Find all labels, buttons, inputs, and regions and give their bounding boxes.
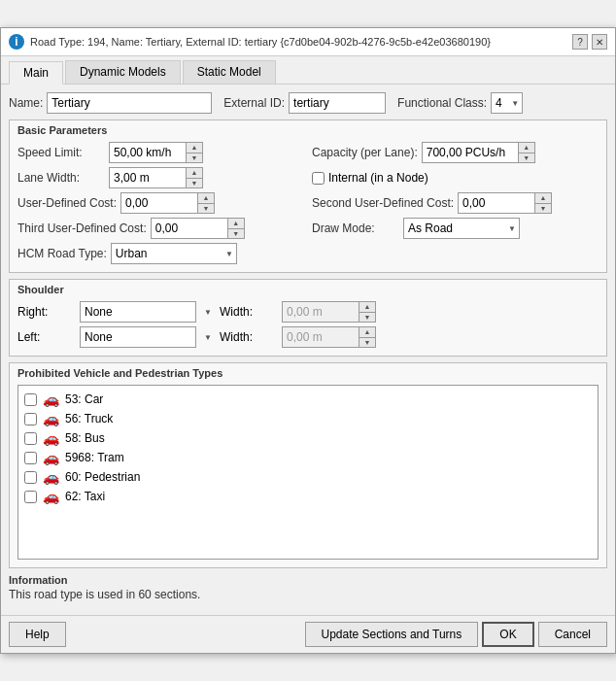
- second-user-cost-row: Second User-Defined Cost: ▲ ▼: [312, 192, 599, 214]
- truck-checkbox[interactable]: [24, 413, 37, 426]
- capacity-label: Capacity (per Lane):: [312, 146, 418, 159]
- prohibited-section: Prohibited Vehicle and Pedestrian Types …: [9, 362, 607, 568]
- right-shoulder-select[interactable]: None: [80, 301, 196, 323]
- user-cost-input[interactable]: [120, 192, 198, 214]
- user-cost-up[interactable]: ▲: [198, 193, 214, 204]
- title-bar-text: Road Type: 194, Name: Tertiary, External…: [30, 36, 566, 48]
- name-input[interactable]: [47, 92, 212, 114]
- car-icon: 🚗: [43, 392, 59, 407]
- hcm-select[interactable]: Urban Rural: [111, 243, 237, 264]
- speed-limit-down[interactable]: ▼: [187, 153, 202, 163]
- list-item: 🚗 60: Pedestrian: [24, 469, 592, 485]
- capacity-up[interactable]: ▲: [519, 143, 534, 153]
- right-width-input[interactable]: [282, 301, 359, 323]
- lane-width-up[interactable]: ▲: [187, 168, 202, 179]
- information-section: Information This road type is used in 60…: [9, 574, 607, 601]
- left-width-input[interactable]: [282, 326, 359, 348]
- left-shoulder-wrapper: None ▼: [80, 326, 216, 348]
- capacity-spinners: ▲ ▼: [519, 142, 535, 163]
- third-user-cost-down[interactable]: ▼: [228, 229, 244, 239]
- tab-dynamic-models[interactable]: Dynamic Models: [65, 60, 181, 84]
- capacity-wrapper: ▲ ▼: [422, 142, 538, 163]
- left-width-label: Width:: [220, 330, 278, 344]
- close-btn[interactable]: ✕: [592, 34, 607, 50]
- functional-class-label: Functional Class:: [397, 96, 487, 110]
- user-cost-spinners: ▲ ▼: [198, 192, 215, 214]
- second-user-cost-down[interactable]: ▼: [535, 204, 551, 214]
- speed-limit-row: Speed Limit: ▲ ▼: [17, 142, 304, 163]
- taxi-icon: 🚗: [43, 489, 59, 504]
- dialog: i Road Type: 194, Name: Tertiary, Extern…: [0, 27, 616, 654]
- bus-label: 58: Bus: [65, 431, 105, 445]
- prohibited-title: Prohibited Vehicle and Pedestrian Types: [17, 367, 599, 379]
- main-content: Name: External ID: Functional Class: 4 1…: [1, 85, 615, 615]
- list-item: 🚗 62: Taxi: [24, 489, 592, 504]
- left-width-down[interactable]: ▼: [359, 338, 375, 348]
- help-icon-btn[interactable]: ?: [572, 34, 588, 50]
- speed-limit-up[interactable]: ▲: [187, 143, 202, 153]
- list-item: 🚗 56: Truck: [24, 411, 592, 426]
- footer-right: Update Sections and Turns OK Cancel: [305, 622, 607, 647]
- speed-limit-spinners: ▲ ▼: [187, 142, 203, 163]
- basic-parameters-title: Basic Parameters: [17, 124, 599, 136]
- prohibited-list: 🚗 53: Car 🚗 56: Truck 🚗 58: Bus 🚗 5968:: [17, 385, 599, 560]
- pedestrian-label: 60: Pedestrian: [65, 470, 140, 484]
- hcm-label: HCM Road Type:: [17, 247, 107, 260]
- pedestrian-checkbox[interactable]: [24, 471, 37, 484]
- name-label: Name:: [9, 96, 43, 110]
- cancel-button[interactable]: Cancel: [538, 622, 607, 647]
- hcm-wrapper: Urban Rural ▼: [111, 243, 237, 264]
- information-title: Information: [9, 574, 607, 586]
- right-width-up[interactable]: ▲: [359, 302, 375, 313]
- car-checkbox[interactable]: [24, 393, 37, 406]
- tab-main[interactable]: Main: [9, 61, 63, 85]
- title-bar-controls: ? ✕: [572, 34, 607, 50]
- list-item: 🚗 5968: Tram: [24, 450, 592, 465]
- internal-checkbox[interactable]: [312, 172, 325, 185]
- taxi-label: 62: Taxi: [65, 490, 105, 503]
- lane-width-row: Lane Width: ▲ ▼: [17, 167, 304, 188]
- speed-limit-input[interactable]: [109, 142, 187, 163]
- user-cost-row: User-Defined Cost: ▲ ▼: [17, 192, 304, 214]
- taxi-checkbox[interactable]: [24, 491, 37, 503]
- information-text: This road type is used in 60 sections.: [9, 588, 200, 601]
- third-user-cost-label: Third User-Defined Cost:: [17, 221, 147, 235]
- external-id-input[interactable]: [289, 92, 386, 114]
- shoulder-section: Shoulder Right: None ▼ Width: ▲ ▼: [9, 279, 607, 357]
- left-width-wrapper: ▲ ▼: [282, 326, 379, 348]
- internal-checkbox-label: Internal (in a Node): [312, 171, 428, 185]
- right-width-down[interactable]: ▼: [359, 313, 375, 323]
- third-user-cost-input[interactable]: [151, 218, 228, 239]
- tab-bar: Main Dynamic Models Static Model: [1, 56, 615, 85]
- draw-mode-select[interactable]: As Road As Street: [403, 218, 520, 239]
- third-user-cost-up[interactable]: ▲: [228, 219, 244, 229]
- lane-width-down[interactable]: ▼: [187, 179, 202, 188]
- tab-static-model[interactable]: Static Model: [183, 60, 276, 84]
- ok-button[interactable]: OK: [482, 622, 533, 647]
- left-shoulder-select[interactable]: None: [80, 326, 196, 348]
- third-user-cost-spinners: ▲ ▼: [228, 218, 245, 239]
- bus-checkbox[interactable]: [24, 432, 37, 445]
- internal-row: Internal (in a Node): [312, 167, 599, 188]
- second-user-cost-spinners: ▲ ▼: [535, 192, 552, 214]
- tram-checkbox[interactable]: [24, 452, 37, 464]
- user-cost-down[interactable]: ▼: [198, 204, 214, 214]
- left-width-up[interactable]: ▲: [359, 327, 375, 338]
- capacity-row: Capacity (per Lane): ▲ ▼: [312, 142, 599, 163]
- left-width-spinners: ▲ ▼: [359, 326, 376, 348]
- update-sections-button[interactable]: Update Sections and Turns: [305, 622, 479, 647]
- third-user-cost-wrapper: ▲ ▼: [151, 218, 248, 239]
- functional-class-select[interactable]: 4 1 2 3 5: [491, 92, 523, 114]
- help-button[interactable]: Help: [9, 622, 66, 647]
- tram-icon: 🚗: [43, 450, 59, 465]
- capacity-down[interactable]: ▼: [519, 153, 534, 163]
- lane-width-input[interactable]: [109, 167, 187, 188]
- right-width-wrapper: ▲ ▼: [282, 301, 379, 323]
- second-user-cost-up[interactable]: ▲: [535, 193, 551, 204]
- hcm-row: HCM Road Type: Urban Rural ▼: [17, 243, 599, 264]
- capacity-input[interactable]: [422, 142, 519, 163]
- lane-width-spinners: ▲ ▼: [187, 167, 203, 188]
- second-user-cost-input[interactable]: [458, 192, 535, 214]
- title-bar: i Road Type: 194, Name: Tertiary, Extern…: [1, 28, 615, 56]
- left-label: Left:: [17, 330, 76, 344]
